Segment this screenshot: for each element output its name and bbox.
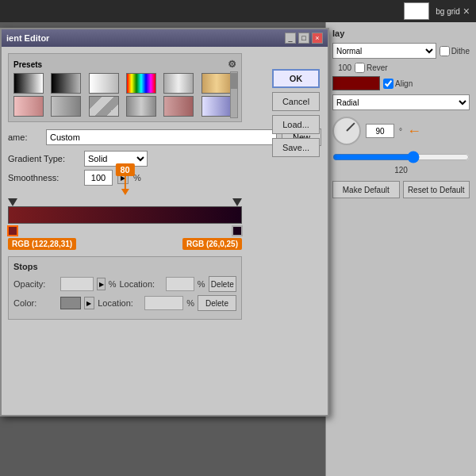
right-panel-title: lay — [332, 29, 470, 38]
gradient-bar-area: 80 RGB (122,28,31 — [8, 192, 242, 250]
preset-item-4[interactable] — [163, 73, 194, 94]
ok-cancel-section: OK Cancel Load... Save... — [272, 69, 320, 157]
opacity-value-input[interactable] — [60, 277, 94, 291]
color-location-input[interactable] — [144, 296, 183, 310]
dialog-title: ient Editor — [6, 33, 49, 43]
opacity-stop-left[interactable] — [8, 198, 17, 206]
angle-input[interactable]: 90 — [366, 124, 394, 138]
angle-degree-symbol: ° — [399, 127, 402, 136]
right-panel: lay Normal Dithe 100 Rever Align Radial — [325, 22, 476, 476]
opacity-arrow-button[interactable]: ▶ — [97, 278, 105, 290]
preset-item-3[interactable] — [126, 73, 156, 94]
preset-item-2[interactable] — [89, 73, 119, 94]
make-default-button[interactable]: Make Default — [332, 181, 400, 198]
stops-title: Stops — [13, 262, 236, 271]
color-label-right: RGB (26,0,25) — [182, 238, 242, 250]
radial-select[interactable]: Radial — [332, 94, 470, 110]
blend-mode-select[interactable]: Normal — [332, 43, 436, 59]
gradient-editor-dialog: ient Editor _ □ × OK Cancel Load... Save… — [0, 28, 329, 416]
dither-checkbox[interactable] — [440, 46, 450, 56]
angle-dial[interactable] — [332, 117, 361, 145]
presets-title: Presets ⚙ — [13, 59, 236, 70]
gradient-stops-bottom — [8, 224, 242, 238]
cancel-button[interactable]: Cancel — [272, 92, 320, 111]
load-button[interactable]: Load... — [272, 115, 320, 134]
gear-icon[interactable]: ⚙ — [228, 59, 236, 70]
reset-to-default-button[interactable]: Reset to Default — [403, 181, 470, 198]
angle-section: 90 ° ← — [332, 117, 470, 145]
opacity-location-label: Location: — [119, 279, 163, 289]
preset-item-7[interactable] — [51, 96, 81, 117]
opacity-location-percent: % — [198, 279, 205, 289]
color-location-label: Location: — [98, 298, 141, 308]
color-stop-left[interactable] — [7, 225, 18, 236]
top-bar-title: bg grid — [436, 7, 460, 16]
preset-item-1[interactable] — [51, 73, 81, 94]
opacity-stop-right[interactable] — [232, 198, 242, 206]
name-label: ame: — [8, 132, 41, 142]
ok-button[interactable]: OK — [272, 69, 320, 88]
smoothness-input[interactable]: 100 — [84, 170, 113, 186]
annotation-value: 80 — [115, 163, 134, 176]
smoothness-label: Smoothness: — [8, 173, 79, 182]
align-checkbox-label: Align — [383, 79, 413, 89]
angle-line — [346, 122, 355, 131]
preset-item-5[interactable] — [202, 73, 232, 94]
color-delete-button[interactable]: Delete — [198, 295, 236, 311]
color-swatch[interactable] — [332, 76, 380, 90]
dialog-title-bar: ient Editor _ □ × — [2, 29, 328, 47]
dither-checkbox-label: Dithe — [440, 46, 470, 56]
preset-item-10[interactable] — [163, 96, 194, 117]
color-stop-right[interactable] — [232, 225, 243, 236]
color-location-percent: % — [186, 298, 194, 308]
stops-section: Stops Opacity: ▶ % Location: % Delete Co… — [8, 256, 242, 320]
opacity-value: 100 — [332, 63, 351, 72]
maximize-button[interactable]: □ — [298, 33, 309, 44]
gradient-bar[interactable] — [8, 206, 242, 224]
default-buttons-row: Make Default Reset to Default — [332, 181, 470, 198]
color-label-left: RGB (122,28,31) — [8, 238, 76, 250]
smoothness-row: Smoothness: 100 ▶ % — [8, 170, 321, 186]
gradient-type-label: Gradient Type: — [8, 154, 79, 163]
name-input[interactable]: Custom — [46, 129, 277, 145]
color-stop-row: Color: ▶ Location: % Delete — [13, 295, 236, 311]
opacity-delete-button[interactable]: Delete — [209, 276, 236, 292]
minimize-button[interactable]: _ — [285, 33, 296, 44]
top-bar: bg grid × — [0, 0, 476, 22]
preset-item-9[interactable] — [126, 96, 156, 117]
presets-section: Presets ⚙ — [8, 53, 242, 122]
reverse-checkbox[interactable] — [355, 63, 365, 73]
annotation-line — [125, 176, 126, 189]
annotation: 80 — [115, 163, 134, 195]
color-labels-row: RGB (122,28,31) RGB (26,0,25) — [8, 238, 242, 250]
scale-slider[interactable] — [332, 152, 470, 163]
top-bar-close-button[interactable]: × — [463, 5, 470, 17]
color-arrow-button[interactable]: ▶ — [84, 297, 95, 309]
opacity-percent: % — [109, 279, 117, 289]
align-checkbox[interactable] — [383, 79, 393, 89]
opacity-location-input[interactable] — [166, 277, 194, 291]
thumbnail-preview — [404, 2, 429, 20]
color-stop-preview[interactable] — [60, 297, 81, 309]
presets-scrollbar[interactable] — [230, 71, 238, 118]
presets-grid — [13, 73, 236, 117]
opacity-stop-row: Opacity: ▶ % Location: % Delete — [13, 276, 236, 292]
preset-item-6[interactable] — [13, 96, 44, 117]
dialog-window-controls: _ □ × — [285, 33, 323, 44]
opacity-stop-label: Opacity: — [13, 279, 57, 289]
dialog-body: OK Cancel Load... Save... Presets ⚙ ame:… — [2, 47, 328, 326]
save-button[interactable]: Save... — [272, 138, 320, 157]
scale-value: 120 — [332, 166, 470, 175]
close-button[interactable]: × — [312, 33, 323, 44]
reverse-checkbox-label: Rever — [355, 63, 388, 73]
gradient-stops-top — [8, 192, 242, 206]
preset-item-11[interactable] — [202, 96, 232, 117]
preset-item-8[interactable] — [89, 96, 119, 117]
color-stop-label: Color: — [13, 298, 57, 308]
preset-item-0[interactable] — [13, 73, 44, 94]
scroll-thumb — [231, 73, 237, 89]
orange-arrow-indicator: ← — [407, 123, 421, 140]
